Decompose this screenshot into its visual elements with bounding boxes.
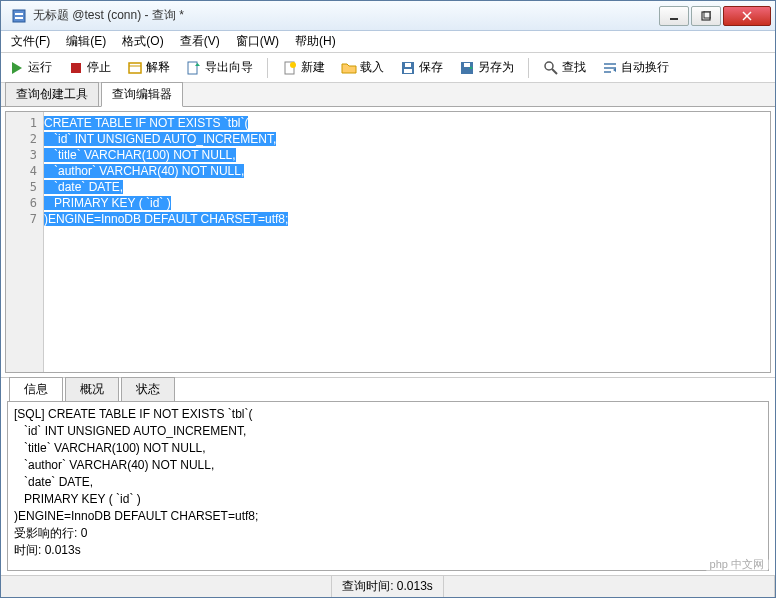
- code-line: CREATE TABLE IF NOT EXISTS `tbl`(: [44, 116, 248, 130]
- export-label: 导出向导: [205, 59, 253, 76]
- svg-line-21: [552, 69, 557, 74]
- save-label: 保存: [419, 59, 443, 76]
- stop-icon: [68, 60, 84, 76]
- minimize-button[interactable]: [659, 6, 689, 26]
- code-line: PRIMARY KEY ( `id` ): [44, 196, 171, 210]
- code-line: `title` VARCHAR(100) NOT NULL,: [44, 148, 236, 162]
- separator: [528, 58, 529, 78]
- result-output[interactable]: [SQL] CREATE TABLE IF NOT EXISTS `tbl`( …: [7, 401, 769, 571]
- watermark: php 中文网: [704, 555, 770, 574]
- svg-rect-2: [15, 17, 23, 19]
- export-button[interactable]: 导出向导: [182, 57, 257, 78]
- new-label: 新建: [301, 59, 325, 76]
- saveas-label: 另存为: [478, 59, 514, 76]
- toolbar: 运行 停止 解释 导出向导 新建 载入 保存 另存为 查找 自动换行: [1, 53, 775, 83]
- svg-rect-12: [188, 62, 197, 74]
- new-button[interactable]: 新建: [278, 57, 329, 78]
- new-icon: [282, 60, 298, 76]
- svg-rect-19: [464, 63, 470, 67]
- line-number: 4: [6, 163, 43, 179]
- load-label: 载入: [360, 59, 384, 76]
- line-number: 1: [6, 115, 43, 131]
- code-content[interactable]: CREATE TABLE IF NOT EXISTS `tbl`( `id` I…: [44, 112, 770, 372]
- svg-rect-17: [404, 69, 412, 73]
- wrap-icon: [602, 60, 618, 76]
- search-icon: [543, 60, 559, 76]
- svg-point-20: [545, 62, 553, 70]
- svg-rect-16: [405, 63, 411, 67]
- find-label: 查找: [562, 59, 586, 76]
- menu-format[interactable]: 格式(O): [116, 31, 169, 52]
- find-button[interactable]: 查找: [539, 57, 590, 78]
- run-button[interactable]: 运行: [5, 57, 56, 78]
- tab-status[interactable]: 状态: [121, 377, 175, 401]
- svg-marker-8: [12, 62, 22, 74]
- close-button[interactable]: [723, 6, 771, 26]
- code-line: `date` DATE,: [44, 180, 123, 194]
- explain-icon: [127, 60, 143, 76]
- tab-editor[interactable]: 查询编辑器: [101, 82, 183, 107]
- statusbar: 查询时间: 0.013s: [1, 575, 775, 597]
- svg-rect-9: [71, 63, 81, 73]
- line-number: 2: [6, 131, 43, 147]
- folder-icon: [341, 60, 357, 76]
- explain-button[interactable]: 解释: [123, 57, 174, 78]
- explain-label: 解释: [146, 59, 170, 76]
- svg-rect-1: [15, 13, 23, 15]
- line-number: 6: [6, 195, 43, 211]
- save-icon: [400, 60, 416, 76]
- saveas-icon: [459, 60, 475, 76]
- menubar: 文件(F) 编辑(E) 格式(O) 查看(V) 窗口(W) 帮助(H): [1, 31, 775, 53]
- code-line: `id` INT UNSIGNED AUTO_INCREMENT,: [44, 132, 276, 146]
- menu-view[interactable]: 查看(V): [174, 31, 226, 52]
- code-editor[interactable]: 1 2 3 4 5 6 7 CREATE TABLE IF NOT EXISTS…: [5, 111, 771, 373]
- wrap-label: 自动换行: [621, 59, 669, 76]
- line-number: 7: [6, 211, 43, 227]
- svg-rect-10: [129, 63, 141, 73]
- line-number: 5: [6, 179, 43, 195]
- separator: [267, 58, 268, 78]
- menu-file[interactable]: 文件(F): [5, 31, 56, 52]
- export-icon: [186, 60, 202, 76]
- window-title: 无标题 @test (conn) - 查询 *: [33, 7, 657, 24]
- code-line: )ENGINE=InnoDB DEFAULT CHARSET=utf8;: [44, 212, 288, 226]
- app-icon: [11, 8, 27, 24]
- window-controls: [657, 6, 771, 26]
- tab-builder[interactable]: 查询创建工具: [5, 82, 99, 106]
- run-label: 运行: [28, 59, 52, 76]
- menu-window[interactable]: 窗口(W): [230, 31, 285, 52]
- menu-edit[interactable]: 编辑(E): [60, 31, 112, 52]
- tab-profile[interactable]: 概况: [65, 377, 119, 401]
- save-button[interactable]: 保存: [396, 57, 447, 78]
- code-line: `author` VARCHAR(40) NOT NULL,: [44, 164, 244, 178]
- play-icon: [9, 60, 25, 76]
- svg-point-14: [290, 62, 296, 68]
- line-number: 3: [6, 147, 43, 163]
- status-spacer: [1, 576, 332, 597]
- load-button[interactable]: 载入: [337, 57, 388, 78]
- menu-help[interactable]: 帮助(H): [289, 31, 342, 52]
- editor-tabstrip: 查询创建工具 查询编辑器: [1, 83, 775, 107]
- svg-rect-0: [13, 10, 25, 22]
- stop-label: 停止: [87, 59, 111, 76]
- maximize-button[interactable]: [691, 6, 721, 26]
- status-querytime: 查询时间: 0.013s: [332, 576, 444, 597]
- status-spacer-r: [444, 576, 775, 597]
- wrap-button[interactable]: 自动换行: [598, 57, 673, 78]
- line-gutter: 1 2 3 4 5 6 7: [6, 112, 44, 372]
- tab-info[interactable]: 信息: [9, 377, 63, 401]
- result-tabstrip: 信息 概况 状态: [1, 377, 775, 401]
- titlebar: 无标题 @test (conn) - 查询 *: [1, 1, 775, 31]
- saveas-button[interactable]: 另存为: [455, 57, 518, 78]
- stop-button[interactable]: 停止: [64, 57, 115, 78]
- svg-rect-4: [702, 12, 710, 20]
